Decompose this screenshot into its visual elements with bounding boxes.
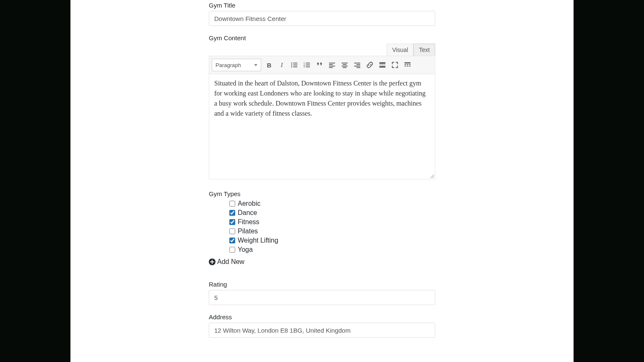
gym-type-checkbox[interactable]: [229, 210, 235, 216]
format-dropdown[interactable]: Paragraph: [212, 59, 261, 71]
add-new-type-button[interactable]: Add New: [209, 258, 435, 266]
address-label: Address: [209, 313, 435, 321]
gym-content-label: Gym Content: [209, 34, 435, 41]
svg-rect-3: [293, 65, 297, 65]
gym-type-label: Dance: [238, 209, 257, 217]
svg-rect-32: [407, 66, 408, 67]
svg-rect-31: [405, 66, 406, 67]
gym-content-group: Gym Content Visual Text Paragraph B I 12…: [209, 34, 435, 179]
svg-rect-1: [293, 63, 297, 64]
svg-rect-15: [329, 67, 333, 68]
link-button[interactable]: [364, 59, 376, 71]
tab-visual[interactable]: Visual: [387, 44, 413, 56]
form-page: Gym Title Gym Content Visual Text Paragr…: [70, 0, 574, 362]
align-left-button[interactable]: [326, 59, 338, 71]
gym-type-checkbox[interactable]: [229, 201, 235, 207]
svg-rect-7: [306, 63, 310, 64]
rating-input[interactable]: [209, 290, 435, 305]
gym-type-option[interactable]: Weight Lifting: [228, 236, 435, 245]
svg-rect-20: [354, 63, 360, 64]
gym-type-label: Fitness: [238, 218, 260, 226]
svg-rect-23: [356, 67, 360, 68]
gym-type-option[interactable]: Fitness: [228, 218, 435, 226]
gym-type-option[interactable]: Pilates: [228, 227, 435, 235]
rich-text-editor: Paragraph B I 123: [209, 56, 435, 179]
svg-rect-16: [342, 63, 348, 64]
gym-type-checkbox[interactable]: [229, 228, 235, 234]
rating-label: Rating: [209, 281, 435, 288]
align-center-button[interactable]: [339, 59, 351, 71]
gym-type-label: Yoga: [238, 246, 253, 253]
gym-type-option[interactable]: Yoga: [228, 246, 435, 254]
unordered-list-button[interactable]: [288, 59, 300, 71]
rating-group: Rating: [209, 281, 435, 305]
chevron-down-icon: [254, 64, 257, 66]
gym-type-option[interactable]: Aerobic: [228, 199, 435, 208]
svg-point-4: [291, 66, 292, 67]
svg-text:3: 3: [304, 65, 305, 68]
gym-title-label: Gym Title: [209, 2, 435, 9]
gym-type-checkbox[interactable]: [229, 238, 235, 243]
gym-type-label: Weight Lifting: [238, 237, 278, 244]
bold-button[interactable]: B: [263, 59, 275, 71]
gym-types-list: AerobicDanceFitnessPilatesWeight Lifting…: [228, 199, 435, 254]
editor-tabs: Visual Text: [209, 44, 435, 56]
align-right-button[interactable]: [351, 59, 363, 71]
gym-type-option[interactable]: Dance: [228, 209, 435, 217]
svg-rect-24: [379, 62, 385, 64]
gym-type-label: Aerobic: [238, 200, 260, 207]
tab-text[interactable]: Text: [413, 44, 435, 56]
editor-content[interactable]: Situated in the heart of Dalston, Downto…: [209, 74, 435, 179]
svg-rect-18: [342, 66, 348, 67]
svg-rect-25: [379, 65, 385, 65]
format-dropdown-label: Paragraph: [216, 62, 241, 68]
svg-rect-30: [409, 64, 411, 65]
add-new-label: Add New: [217, 258, 244, 266]
fullscreen-button[interactable]: [389, 59, 401, 71]
svg-rect-14: [329, 66, 335, 67]
svg-rect-13: [329, 64, 333, 65]
gym-types-group: Gym Types AerobicDanceFitnessPilatesWeig…: [209, 190, 435, 266]
svg-rect-28: [405, 64, 406, 65]
svg-rect-12: [329, 63, 335, 64]
ordered-list-button[interactable]: 123: [301, 59, 313, 71]
plus-circle-icon: [209, 259, 216, 265]
blockquote-button[interactable]: [314, 59, 325, 71]
gym-type-checkbox[interactable]: [229, 219, 235, 225]
toolbar-toggle-button[interactable]: [402, 59, 413, 71]
gym-title-input[interactable]: [209, 11, 435, 26]
gym-types-label: Gym Types: [209, 190, 435, 197]
address-input[interactable]: [209, 323, 435, 338]
svg-rect-17: [343, 64, 347, 65]
svg-rect-21: [356, 64, 360, 65]
italic-button[interactable]: I: [276, 59, 288, 71]
svg-rect-22: [354, 66, 360, 67]
address-group: Address: [209, 313, 435, 338]
svg-rect-9: [306, 65, 310, 65]
svg-rect-27: [405, 62, 410, 64]
svg-rect-26: [379, 66, 385, 68]
readmore-button[interactable]: [377, 59, 388, 71]
svg-rect-19: [343, 67, 347, 68]
svg-rect-29: [407, 64, 408, 65]
svg-rect-5: [293, 67, 297, 67]
svg-rect-33: [409, 66, 411, 67]
svg-point-0: [291, 62, 292, 64]
editor-toolbar: Paragraph B I 123: [209, 56, 435, 74]
gym-type-label: Pilates: [238, 228, 258, 235]
svg-rect-11: [306, 67, 310, 67]
gym-title-group: Gym Title: [209, 2, 435, 26]
svg-point-2: [291, 65, 292, 66]
gym-type-checkbox[interactable]: [229, 247, 235, 253]
